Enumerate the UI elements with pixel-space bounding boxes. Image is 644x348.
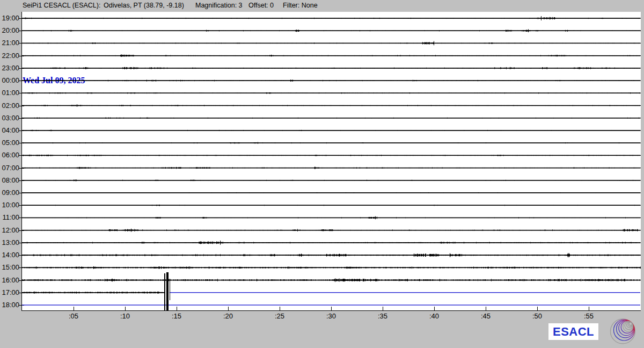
esacl-spiral-logo	[603, 318, 642, 348]
helicorder-plot[interactable]	[0, 0, 644, 348]
esacl-wordmark-text: ESACL	[553, 325, 594, 339]
esacl-wordmark: ESACL	[548, 323, 598, 340]
